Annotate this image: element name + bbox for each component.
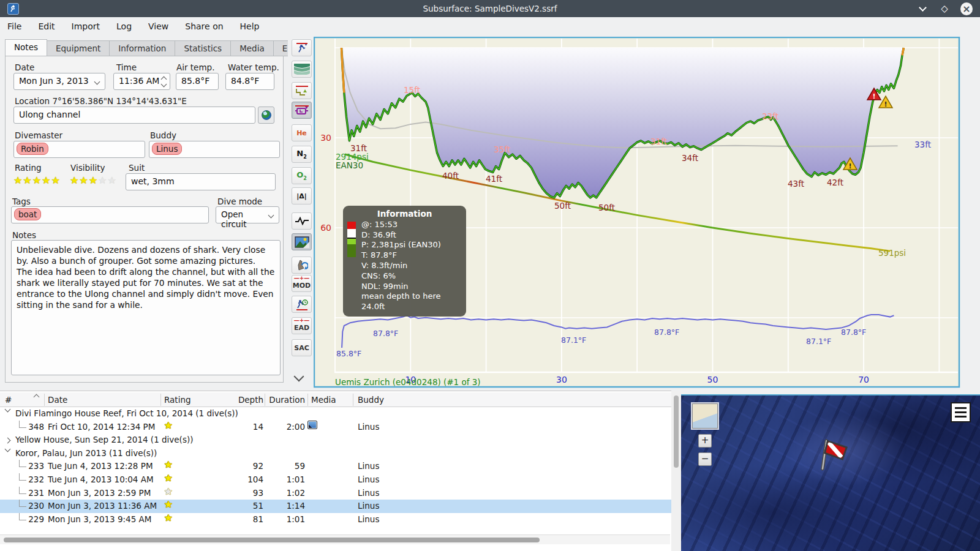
chevron-right-icon[interactable] (5, 438, 11, 444)
map-menu-button[interactable] (951, 402, 971, 422)
dive-row[interactable]: 230Mon Jun 3, 2013 11:36 AM★★★★★511:14Li… (0, 500, 671, 513)
dive-mode-icon[interactable] (292, 39, 312, 56)
calculated-ceiling-icon[interactable] (292, 82, 312, 99)
dc-reported-time-icon[interactable] (292, 296, 312, 313)
column-header-duration[interactable]: Duration (267, 395, 305, 405)
heart-rate-icon[interactable] (292, 212, 312, 230)
divemaster-chip[interactable]: Robin (17, 143, 48, 155)
tab-equipment[interactable]: Equipment (47, 40, 110, 56)
pHe-icon[interactable]: He (292, 124, 312, 141)
dive-number: 230 (28, 500, 44, 513)
chevron-down-icon (94, 79, 100, 85)
trip-row[interactable]: Koror, Palau, Jun 2013 (11 dive(s)) (0, 447, 671, 460)
svg-text:87.8°F: 87.8°F (373, 329, 398, 338)
tag-chip[interactable]: boat (14, 208, 41, 220)
divemaster-field[interactable]: Robin (13, 141, 145, 158)
dive-buddy: Linus (358, 473, 379, 487)
suit-label: Suit (129, 163, 145, 173)
map-zoom-out-button[interactable]: − (698, 452, 712, 466)
dive-row[interactable]: 231Mon Jun 3, 2013 2:59 PM★★★★★931:02Lin… (0, 487, 671, 500)
menu-share-on[interactable]: Share on (185, 21, 223, 31)
location-globe-button[interactable] (258, 107, 274, 124)
horizontal-scrollbar[interactable] (0, 534, 670, 544)
dive-row[interactable]: 348Fri Oct 10, 2014 12:34 PM★★★★★142:00L… (0, 421, 671, 434)
svg-text:87.1°F: 87.1°F (561, 335, 586, 345)
buddy-field[interactable]: Linus (149, 141, 280, 158)
maximize-button[interactable]: ◇ (938, 2, 951, 15)
column-header-buddy[interactable]: Buddy (358, 395, 384, 405)
dive-list-header[interactable]: #DateRatingDepthDurationMediaBuddy (0, 392, 671, 407)
toolbar-scroll-down-icon[interactable] (294, 372, 304, 382)
location-field[interactable]: Ulong channel (13, 107, 255, 124)
minimize-button[interactable] (916, 2, 929, 15)
dive-row[interactable]: 233Tue Jun 4, 2013 12:28 PM★★★★★9259Linu… (0, 460, 671, 473)
svg-text:30: 30 (556, 375, 567, 384)
buddy-chip[interactable]: Linus (152, 143, 182, 155)
notes-textarea[interactable]: Unbelievable dive. Dozens and dozens of … (11, 240, 281, 375)
map-zoom-in-button[interactable]: + (698, 434, 712, 448)
vertical-scrollbar[interactable] (671, 391, 681, 551)
suit-field[interactable]: wet, 3mm (126, 173, 276, 190)
menu-edit[interactable]: Edit (38, 21, 55, 31)
hscroll-thumb[interactable] (4, 538, 540, 542)
svg-text:50ft: 50ft (554, 201, 571, 211)
tissues-icon[interactable] (292, 257, 312, 274)
chevron-down-icon[interactable] (5, 407, 11, 413)
pO2-icon[interactable]: O2 (292, 167, 312, 184)
watertemp-field[interactable]: 84.8°F (225, 73, 274, 90)
info-key-icon (347, 222, 356, 257)
mod-icon[interactable]: —+—MOD (292, 275, 312, 292)
sort-ascending-icon (34, 394, 40, 400)
close-button[interactable]: × (960, 2, 973, 15)
menu-view[interactable]: View (148, 21, 168, 31)
column-separator (44, 394, 45, 406)
dive-site-map[interactable]: + − (681, 394, 980, 551)
visibility-stars[interactable]: ★★★★★ (70, 176, 117, 186)
map-overview-thumbnail[interactable] (692, 403, 718, 429)
dc-ceiling-icon[interactable] (292, 102, 312, 119)
rating-stars[interactable]: ★★★★★ (13, 176, 61, 186)
column-header-date[interactable]: Date (48, 395, 67, 405)
dive-row[interactable]: 232Tue Jun 4, 2013 10:04 AM★★★★★1041:01L… (0, 473, 671, 487)
notes-label: Notes (12, 230, 36, 240)
info-box-line: CNS: 6% (361, 271, 460, 282)
dive-row[interactable]: 229Mon Jun 3, 2013 9:45 AM★★★★★811:01Lin… (0, 513, 671, 527)
photos-icon[interactable] (292, 233, 312, 250)
tab-information[interactable]: Information (110, 40, 175, 56)
media-photo-icon[interactable] (307, 421, 317, 429)
ead-icon[interactable]: —+—EAD (292, 317, 312, 334)
trip-row[interactable]: Yellow House, Sun Sep 21, 2014 (1 dive(s… (0, 433, 671, 447)
dive-flag-marker[interactable] (817, 437, 850, 477)
pN2-icon[interactable]: N2 (292, 146, 312, 163)
globe-icon (262, 110, 271, 120)
menu-log[interactable]: Log (116, 21, 132, 31)
divemode-select[interactable]: Open circuit (216, 206, 279, 223)
buddy-label: Buddy (150, 130, 176, 140)
dive-date: Mon Jun 3, 2013 9:45 AM (48, 513, 151, 527)
spin-arrows-icon[interactable] (162, 75, 166, 86)
dive-profile-chart[interactable]: 31ft2914psiEAN3015ft40ft41ft35ft50ft50ft… (314, 37, 960, 388)
time-spinbox[interactable]: 11:36 AM (113, 73, 170, 90)
column-header-rating[interactable]: Rating (164, 395, 191, 405)
menu-help[interactable]: Help (240, 21, 260, 31)
tab-statistics[interactable]: Statistics (175, 40, 231, 56)
airtemp-field[interactable]: 85.8°F (176, 73, 219, 90)
shade-icon[interactable] (292, 61, 312, 78)
date-combobox[interactable]: Mon Jun 3, 2013 (13, 73, 105, 90)
ruler-icon[interactable]: |Δ| (292, 187, 312, 204)
menu-file[interactable]: File (7, 21, 21, 31)
chevron-down-icon[interactable] (5, 446, 11, 452)
vscroll-thumb[interactable] (674, 395, 679, 468)
column-header-media[interactable]: Media (311, 395, 336, 405)
tab-notes[interactable]: Notes (5, 39, 47, 56)
sac-icon[interactable]: SAC (292, 339, 312, 356)
tab-media[interactable]: Media (231, 40, 274, 56)
svg-text:591psi: 591psi (878, 248, 906, 258)
time-label: Time (116, 62, 137, 72)
tags-field[interactable]: boat (11, 206, 209, 223)
svg-text:!: ! (872, 92, 875, 100)
column-header-depth[interactable]: Depth (233, 395, 263, 405)
trip-row[interactable]: Divi Flamingo House Reef, Fri Oct 10, 20… (0, 407, 671, 421)
column-header-num[interactable]: # (5, 395, 12, 405)
menu-import[interactable]: Import (72, 21, 100, 31)
